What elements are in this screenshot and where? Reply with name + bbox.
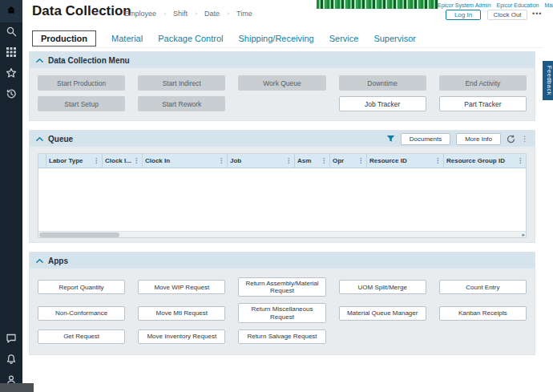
tab-package-control[interactable]: Package Control	[158, 30, 223, 46]
job-tracker-button[interactable]: Job Tracker	[339, 96, 426, 111]
refresh-icon[interactable]	[507, 135, 515, 143]
column-header-opr[interactable]: Opr ⋮	[330, 154, 367, 168]
notifications-nav-button[interactable]	[0, 350, 22, 371]
system-admin-link[interactable]: Epicor System Admin	[438, 2, 491, 8]
count-entry-button[interactable]: Count Entry	[439, 280, 527, 294]
column-menu-kebab-icon[interactable]: ⋮	[133, 158, 139, 164]
column-label: Clock I...	[105, 157, 131, 164]
column-menu-kebab-icon[interactable]: ⋮	[517, 158, 523, 164]
part-tracker-button[interactable]: Part Tracker	[439, 96, 527, 111]
start-production-button[interactable]: Start Production	[38, 75, 125, 91]
plant-link[interactable]: Main Plant	[544, 2, 553, 8]
favorites-nav-button[interactable]	[0, 64, 22, 85]
non-conformance-button[interactable]: Non-Conformance	[38, 306, 125, 321]
work-queue-button[interactable]: Work Queue	[238, 75, 325, 91]
apps-grid-nav-button[interactable]	[0, 43, 22, 64]
employee-field[interactable]: Employee	[124, 10, 156, 18]
return-miscellaneous-request-button[interactable]: Return Miscellaneous Request	[238, 303, 325, 322]
app-window: Data Collection Employee › Shift › Date …	[0, 0, 553, 392]
horizontal-scrollbar-thumb[interactable]	[39, 232, 119, 237]
menu-section-header: Data Collection Menu	[30, 52, 535, 68]
column-label: Resource ID	[369, 157, 407, 164]
start-indirect-button[interactable]: Start Indirect	[138, 75, 225, 91]
menu-button-grid: Start Production Start Indirect Work Que…	[30, 68, 535, 120]
collapse-chevron-icon[interactable]	[36, 136, 43, 142]
content-area: Data Collection Menu Start Production St…	[29, 51, 535, 364]
grid-options-kebab-icon[interactable]: ⋮	[521, 135, 528, 143]
column-header-clock-i[interactable]: Clock I... ⋮	[103, 154, 143, 168]
apps-button-grid: Report Quantity Move WIP Request Return …	[30, 269, 535, 354]
uom-split-merge-button[interactable]: UOM Split/Merge	[339, 280, 426, 294]
queue-grid-body-empty	[38, 168, 526, 231]
column-menu-kebab-icon[interactable]: ⋮	[357, 158, 364, 164]
column-header-labor-type[interactable]: Labor Type ⋮	[46, 154, 103, 168]
more-info-button[interactable]: More Info	[456, 133, 501, 145]
queue-toolbar: Documents More Info ⋮	[386, 133, 528, 145]
column-label: Job	[230, 157, 241, 164]
horizontal-scrollbar[interactable]: ▸	[38, 231, 526, 237]
search-nav-button[interactable]	[0, 22, 22, 43]
move-inventory-request-button[interactable]: Move Inventory Request	[138, 329, 225, 344]
tab-shipping-receiving[interactable]: Shipping/Receiving	[239, 30, 314, 46]
column-label: Resource Group ID	[446, 157, 505, 164]
page-title: Data Collection	[32, 3, 131, 19]
kanban-receipts-button[interactable]: Kanban Receipts	[439, 306, 527, 321]
field-separator-icon: ›	[163, 10, 166, 18]
clock-out-button[interactable]: Clock Out	[487, 10, 527, 20]
chat-bubble-icon	[6, 333, 17, 347]
report-quantity-button[interactable]: Report Quantity	[38, 280, 125, 294]
column-header-job[interactable]: Job ⋮	[228, 154, 295, 168]
end-activity-button[interactable]: End Activity	[439, 75, 527, 91]
move-wip-request-button[interactable]: Move WIP Request	[138, 280, 225, 294]
column-header-asm[interactable]: Asm ⋮	[295, 154, 330, 168]
documents-button[interactable]: Documents	[401, 133, 450, 145]
queue-section-title: Queue	[48, 135, 73, 143]
column-header-resource-id[interactable]: Resource ID ⋮	[367, 154, 444, 168]
star-icon	[6, 67, 17, 82]
home-icon	[6, 4, 17, 18]
overflow-menu-icon[interactable]: •••	[532, 10, 542, 18]
shift-field[interactable]: Shift	[173, 10, 188, 18]
tab-bar: Production Material Package Control Ship…	[32, 29, 542, 48]
column-menu-kebab-icon[interactable]: ⋮	[285, 158, 292, 164]
feedback-chat-nav-button[interactable]	[0, 329, 22, 350]
return-salvage-request-button[interactable]: Return Salvage Request	[238, 329, 325, 344]
start-rework-button[interactable]: Start Rework	[138, 96, 225, 111]
return-assembly-material-request-button[interactable]: Return Assembly/Material Request	[238, 277, 325, 297]
column-header-resource-group-id[interactable]: Resource Group ID ⋮	[444, 154, 526, 168]
material-queue-manager-button[interactable]: Material Queue Manager	[339, 306, 426, 321]
get-request-button[interactable]: Get Request	[38, 329, 125, 344]
menu-section-title: Data Collection Menu	[48, 56, 130, 65]
select-all-column-header[interactable]	[38, 154, 46, 168]
column-header-clock-in[interactable]: Clock In ⋮	[143, 154, 228, 168]
tab-production[interactable]: Production	[32, 30, 96, 46]
scroll-right-arrow-icon[interactable]: ▸	[522, 232, 525, 238]
log-in-button[interactable]: Log In	[446, 10, 481, 20]
tab-supervisor[interactable]: Supervisor	[373, 30, 416, 46]
column-menu-kebab-icon[interactable]: ⋮	[218, 158, 224, 164]
collapse-chevron-icon[interactable]	[36, 258, 43, 264]
bell-icon	[6, 354, 17, 368]
background-window-peek	[0, 383, 34, 392]
time-field[interactable]: Time	[236, 10, 252, 18]
tab-service[interactable]: Service	[329, 30, 359, 46]
date-field[interactable]: Date	[204, 10, 220, 18]
collapse-chevron-icon[interactable]	[36, 58, 43, 63]
move-mtl-request-button[interactable]: Move Mtl Request	[138, 306, 225, 321]
start-setup-button[interactable]: Start Setup	[38, 96, 125, 111]
history-nav-button[interactable]	[0, 85, 22, 106]
queue-section-header: Queue Documents More Info ⋮	[30, 131, 535, 147]
downtime-button[interactable]: Downtime	[339, 75, 426, 91]
education-link[interactable]: Epicor Education	[497, 2, 539, 8]
home-nav-button[interactable]	[0, 0, 22, 22]
filter-funnel-icon[interactable]	[386, 135, 395, 143]
column-menu-kebab-icon[interactable]: ⋮	[93, 158, 99, 164]
column-menu-kebab-icon[interactable]: ⋮	[321, 158, 327, 164]
left-nav-sidebar	[0, 0, 22, 392]
history-icon	[6, 88, 17, 103]
feedback-tab[interactable]: Feedback	[543, 61, 553, 100]
column-menu-kebab-icon[interactable]: ⋮	[434, 158, 441, 164]
tab-material[interactable]: Material	[111, 30, 143, 46]
queue-grid: Labor Type ⋮ Clock I... ⋮ Clock In ⋮ J	[38, 153, 527, 238]
column-label: Clock In	[145, 157, 170, 164]
